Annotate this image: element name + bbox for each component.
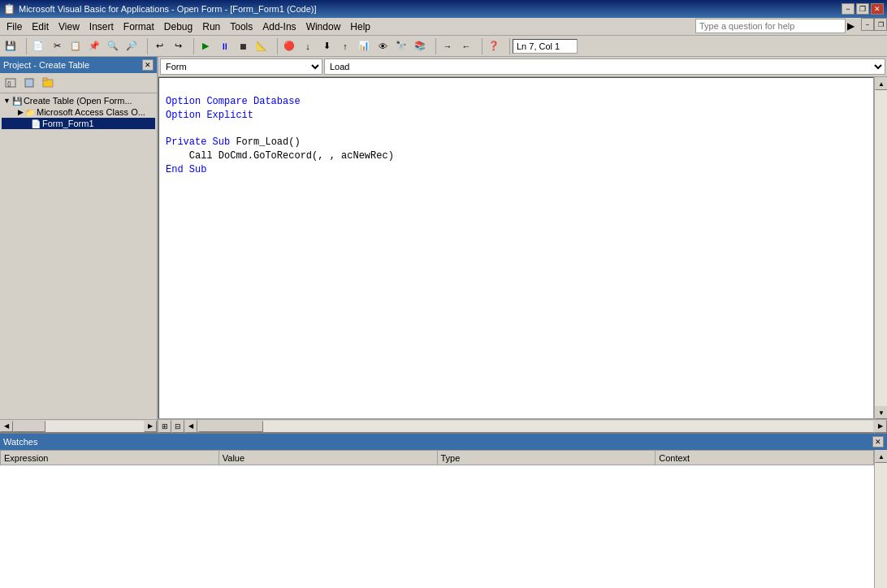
help-search-area: ▶ [695, 19, 855, 33]
project-scroll-track [13, 421, 144, 432]
tb-step-icon[interactable]: ↓ [299, 37, 317, 55]
object-dropdown[interactable]: Form [160, 58, 322, 75]
watches-close-btn[interactable]: ✕ [872, 436, 884, 447]
tb-cut-icon[interactable]: ✂ [48, 37, 66, 55]
main-layout: Project - Create Table ✕ {} ▼ [0, 57, 887, 432]
vscroll-down-btn[interactable]: ▼ [875, 406, 887, 419]
menu-debug[interactable]: Debug [159, 19, 197, 34]
code-content: Option Compare Database Option Explicit … [166, 81, 867, 177]
watches-col-context: Context [656, 451, 874, 465]
project-tree: ▼ 💾 Create Table (Open Form... ▶ 📁 Micro… [0, 93, 157, 432]
watches-col-expression: Expression [1, 451, 219, 465]
project-panel: Project - Create Table ✕ {} ▼ [0, 57, 158, 432]
hscroll-thumb[interactable] [198, 421, 263, 432]
project-scroll-thumb[interactable] [13, 421, 45, 432]
tb-watch-icon[interactable]: 👁 [374, 37, 392, 55]
menu-run[interactable]: Run [197, 19, 225, 34]
menu-format[interactable]: Format [119, 19, 159, 34]
menu-help[interactable]: Help [345, 19, 375, 34]
hscroll-track [198, 421, 873, 432]
tb-sep-7 [505, 38, 510, 54]
menu-addins[interactable]: Add-Ins [257, 19, 301, 34]
vscroll-up-btn[interactable]: ▲ [875, 77, 887, 90]
code-hscroll: ⊞ ⊟ ◀ ▶ [158, 419, 887, 432]
menu-insert[interactable]: Insert [84, 19, 119, 34]
tree-form-label: Form_Form1 [42, 119, 94, 128]
menu-edit[interactable]: Edit [27, 19, 54, 34]
tb-undo-icon[interactable]: ↩ [150, 37, 168, 55]
code-indent-right-btn[interactable]: ⊟ [171, 420, 184, 433]
menu-minimize-btn[interactable]: − [861, 18, 874, 31]
project-panel-close[interactable]: ✕ [142, 59, 154, 71]
project-panel-title: Project - Create Table [3, 60, 89, 70]
watches-panel: Watches ✕ Expression Value Type Context [0, 432, 887, 588]
close-button[interactable]: ✕ [871, 3, 884, 15]
project-panel-header: Project - Create Table ✕ [0, 57, 157, 73]
restore-button[interactable]: ❐ [856, 3, 869, 15]
hscroll-right-btn[interactable]: ▶ [874, 420, 887, 433]
tb-step2-icon[interactable]: ⬇ [318, 37, 335, 55]
tb-locals-icon[interactable]: 📊 [355, 37, 373, 55]
tb-sep-1 [22, 38, 27, 54]
watches-col-value: Value [219, 451, 437, 465]
help-arrow-icon: ▶ [847, 20, 855, 32]
help-search-input[interactable] [695, 19, 846, 33]
svg-rect-2 [25, 79, 33, 87]
title-bar: 📋 Microsoft Visual Basic for Application… [0, 0, 887, 18]
menu-window-controls: − ❐ [861, 18, 887, 31]
position-indicator: Ln 7, Col 1 [513, 39, 578, 54]
tb-break-icon[interactable]: ⏸ [215, 37, 233, 55]
tb-sep-3 [189, 38, 194, 54]
tree-ms-access-label: Microsoft Access Class O... [37, 107, 145, 117]
tb-quickwatch-icon[interactable]: 🔭 [392, 37, 410, 55]
tree-folder-icon: 📁 [25, 108, 35, 117]
tb-paste-icon[interactable]: 📌 [85, 37, 103, 55]
tb-bp-icon[interactable]: 🔴 [280, 37, 298, 55]
tb-redo-icon[interactable]: ↪ [169, 37, 187, 55]
pt-view-code-btn[interactable]: {} [2, 75, 19, 91]
tb-find2-icon[interactable]: 🔎 [123, 37, 141, 55]
menu-view[interactable]: View [54, 19, 84, 34]
tb-save-icon[interactable]: 💾 [2, 37, 19, 55]
tb-help-icon[interactable]: ❓ [485, 37, 503, 55]
tree-root[interactable]: ▼ 💾 Create Table (Open Form... [2, 95, 155, 106]
minimize-button[interactable]: − [842, 3, 855, 15]
code-area-wrapper: Option Compare Database Option Explicit … [158, 77, 887, 419]
svg-rect-4 [43, 78, 47, 80]
tb-call-stack-icon[interactable]: 📚 [411, 37, 429, 55]
code-indent-left-btn[interactable]: ⊞ [158, 420, 171, 433]
watches-vscroll-track [875, 463, 887, 588]
tb-reset-icon[interactable]: ⏹ [234, 37, 252, 55]
tb-design-icon[interactable]: 📐 [253, 37, 270, 55]
menu-restore-btn[interactable]: ❐ [874, 18, 887, 31]
tb-indent-icon[interactable]: → [439, 37, 456, 55]
watches-title: Watches [3, 437, 37, 447]
tb-insert-module-icon[interactable]: 📄 [29, 37, 47, 55]
tb-copy-icon[interactable]: 📋 [67, 37, 84, 55]
menu-file[interactable]: File [2, 19, 27, 34]
watches-table: Expression Value Type Context [0, 450, 874, 465]
tb-run-icon[interactable]: ▶ [197, 37, 214, 55]
menu-tools[interactable]: Tools [225, 19, 257, 34]
tb-step3-icon[interactable]: ↑ [336, 37, 354, 55]
code-toolbar: Form Load [158, 57, 887, 77]
tree-form-form1[interactable]: 📄 Form_Form1 [2, 118, 155, 129]
project-scroll-left[interactable]: ◀ [0, 421, 13, 432]
window-title: Microsoft Visual Basic for Applications … [19, 4, 317, 14]
project-scroll-right[interactable]: ▶ [144, 421, 157, 432]
menu-window[interactable]: Window [301, 19, 346, 34]
pt-toggle-folders-btn[interactable] [39, 75, 57, 91]
tb-outdent-icon[interactable]: ← [457, 37, 475, 55]
tb-find-icon[interactable]: 🔍 [104, 37, 122, 55]
watches-col-type: Type [437, 451, 656, 465]
code-editor[interactable]: Option Compare Database Option Explicit … [158, 77, 874, 419]
tb-sep-4 [273, 38, 278, 54]
hscroll-left-btn[interactable]: ◀ [184, 420, 197, 433]
procedure-dropdown[interactable]: Load [324, 58, 885, 75]
tree-ms-access[interactable]: ▶ 📁 Microsoft Access Class O... [2, 106, 155, 118]
watches-vscroll-up-btn[interactable]: ▲ [875, 450, 887, 463]
title-controls: − ❐ ✕ [842, 3, 884, 15]
pt-view-object-btn[interactable] [20, 75, 38, 91]
editor-section: Form Load Option Compare Database Option… [158, 57, 887, 432]
tree-db-icon: 💾 [12, 97, 22, 106]
